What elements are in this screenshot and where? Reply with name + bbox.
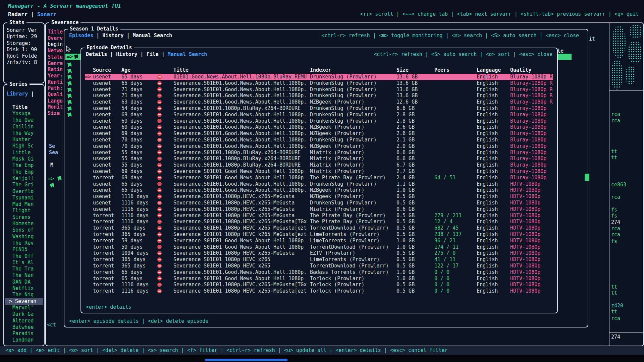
cell-peers: 238 / 137	[434, 231, 477, 238]
result-row[interactable]: torrent59 daysSeverance S01E01 Good News…	[85, 238, 553, 244]
series-item[interactable]: The Nig	[5, 292, 43, 298]
episode-row-fragment[interactable]	[68, 93, 71, 99]
series-item[interactable]: Keijo!!	[5, 175, 43, 182]
result-row[interactable]: torrent1094 daysSeverance S01E01 1080p H…	[85, 250, 553, 256]
episode-row-fragment[interactable]	[68, 112, 71, 118]
result-row[interactable]: usenet69 daysSeverance.S01E01.Good.News.…	[85, 118, 553, 124]
series-item[interactable]: => Severan	[5, 298, 43, 305]
series-item[interactable]: Overflo	[5, 188, 43, 195]
result-row[interactable]: torrent365 daysSeverance S01E01 1080p HE…	[85, 231, 553, 238]
series-item[interactable]: It's Al	[5, 259, 43, 266]
series-item[interactable]: Washing	[5, 234, 43, 240]
series-item[interactable]: Dark Ga	[5, 311, 43, 317]
result-row[interactable]: usenet63 daysSeverance.S01E01.Good.News.…	[85, 99, 553, 105]
result-row[interactable]: usenet71 daysSeverance.S01E01.Good.News.…	[85, 93, 553, 99]
series-item[interactable]: Altered	[5, 318, 43, 324]
result-row[interactable]: usenet55 daysSeverance.S01E01.1080p.BluR…	[85, 149, 553, 156]
series-item[interactable]: Landman	[5, 337, 43, 343]
series-item[interactable]: Mad Men	[5, 201, 43, 207]
series-item[interactable]: High Sc	[5, 143, 43, 149]
tab-file[interactable]: File	[147, 51, 159, 57]
servarr-tab-sonarr[interactable]: Sonarr	[37, 11, 57, 17]
series-item[interactable]: The Emp	[5, 169, 43, 175]
series-item[interactable]: Sirens	[5, 214, 43, 221]
episode-row-fragment[interactable]	[68, 68, 71, 74]
result-row[interactable]: usenet70 daysSeverance.S01E01.Good.News.…	[85, 143, 553, 149]
cell-source: usenet	[93, 181, 121, 187]
tab-history[interactable]: History	[102, 33, 123, 39]
result-row[interactable]: torrent1116 daysSeverance.S01E01.1080p.H…	[85, 282, 553, 288]
cell-rejection	[156, 207, 173, 212]
result-row[interactable]: usenet65 daysSeverance.S01E01.Good.News.…	[85, 80, 553, 86]
series-item[interactable]: Paradis	[5, 330, 43, 337]
result-row[interactable]: usenet69 daysSeverance.S01E01.Good.News.…	[85, 130, 553, 137]
result-row[interactable]: torrent365 daysSeverance S01E01 1080p HE…	[85, 263, 553, 269]
series-item[interactable]: Yosuga	[5, 111, 43, 117]
tab-manual-search[interactable]: Manual Search	[168, 51, 207, 57]
tab-details[interactable]: Details	[86, 51, 107, 57]
episode-row-fragment[interactable]	[68, 106, 71, 112]
result-row[interactable]: torrent365 daysSeverance S01E01 1080p HE…	[85, 256, 553, 263]
series-item[interactable]: The Tra	[5, 266, 43, 272]
tab-library[interactable]: Library	[7, 91, 28, 97]
episode-row-fragment[interactable]	[68, 62, 71, 68]
result-row[interactable]: usenet71 daysSeverance.S01E01.Good.News.…	[85, 86, 553, 93]
episode-row-fragment[interactable]	[68, 74, 71, 80]
episode-row-fragment[interactable]	[68, 99, 71, 106]
series-item[interactable]: DAN DA	[5, 279, 43, 285]
result-row[interactable]: usenet69 daysSeverance.S01E01.Good.News.…	[85, 124, 553, 130]
series-item[interactable]: The Emp	[5, 162, 43, 169]
series-item[interactable]: The Nan	[5, 272, 43, 279]
result-row[interactable]: usenet65 daysSeverance.S01E01.Good.News.…	[85, 187, 553, 193]
series-item[interactable]: Mask Gi	[5, 156, 43, 162]
result-row[interactable]: usenet69 daysSeverance S01E01 Good News …	[85, 168, 553, 175]
tab-history[interactable]: History	[116, 51, 137, 57]
result-row[interactable]: =>usenet65 days01E01.Good.News.About.Hel…	[85, 74, 553, 80]
result-row[interactable]: torrent365 daysSeverance S01E01 1080p HE…	[85, 225, 553, 231]
series-item[interactable]: Flight	[5, 207, 43, 214]
result-row[interactable]: usenet70 daysSeverance.S01E01.Good.News.…	[85, 137, 553, 143]
series-item[interactable]: Sons of	[5, 227, 43, 233]
series-item[interactable]: Chillin	[5, 124, 43, 130]
result-row[interactable]: torrent69 daysSeverance S01E01 Good News…	[85, 175, 553, 181]
cell-quality: HDTV-1080p	[510, 250, 553, 256]
result-row[interactable]: usenet55 daysSeverance.S01E01.1080p.BluR…	[85, 156, 553, 162]
episode-row-fragment[interactable]	[68, 80, 71, 87]
selected-episode-row-fragment[interactable]: =>	[65, 54, 82, 60]
series-item[interactable]: Batwhee	[5, 324, 43, 330]
result-row[interactable]: usenet65 daysSeverance.S01E01.Good.News.…	[85, 181, 553, 187]
series-item[interactable]: Tsunami	[5, 195, 43, 201]
result-row[interactable]: torrent1116 daysSeverance S01E01 1080p H…	[85, 288, 553, 294]
series-item[interactable]: The Gri	[5, 182, 43, 188]
tab-episodes[interactable]: Episodes	[69, 33, 93, 39]
rejected-icon	[157, 251, 162, 255]
result-row[interactable]: usenet1116 daysSeverance.S01E01.1080p.HE…	[85, 193, 553, 200]
cell-source: torrent	[93, 225, 121, 231]
episode-row-fragment[interactable]	[68, 87, 71, 93]
result-row[interactable]: torrent1116 daysSeverance S01E01 1080p H…	[85, 213, 553, 219]
series-item[interactable]: Homeste	[5, 221, 43, 227]
series-item[interactable]: Hunter	[5, 136, 43, 143]
series-item[interactable]: The Qwa	[5, 117, 43, 123]
series-item[interactable]: Little	[5, 149, 43, 156]
result-row[interactable]: usenet69 daysSeverance.S01E01.Good.News.…	[85, 112, 553, 118]
result-row[interactable]: torrent1116 daysSeverance.S01E01.1080p.H…	[85, 219, 553, 225]
result-row[interactable]: torrent65 daysSeverance S01E01 Good News…	[85, 276, 553, 282]
series-item[interactable]: Marvel'	[5, 305, 43, 311]
tab-manual-search[interactable]: Manual Search	[133, 33, 172, 39]
series-item[interactable]: The Way	[5, 130, 43, 136]
scrollbar-thumb[interactable]	[585, 174, 589, 181]
result-row[interactable]: usenet55 daysSeverance.S01E01.1080p.BluR…	[85, 162, 553, 168]
cell-source: usenet	[93, 124, 121, 130]
result-row[interactable]: torrent65 daysSeverance.S01E01.Good.News…	[85, 269, 553, 276]
series-item[interactable]: PEN15	[5, 246, 43, 253]
result-row[interactable]: usenet1116 daysSeverance.S01E01.1080p.HE…	[85, 200, 553, 206]
cell-language: English	[477, 276, 510, 282]
servarr-tab-radarr[interactable]: Radarr	[8, 11, 28, 17]
result-row[interactable]: usenet1116 daysSeverance.S01E01.1080p.HE…	[85, 206, 553, 213]
series-item[interactable]: The Off	[5, 253, 43, 259]
series-item[interactable]: The Rev	[5, 240, 43, 246]
result-row[interactable]: torrent59 daysSeverance S01E01 Good News…	[85, 244, 553, 250]
series-item[interactable]: Netflix	[5, 285, 43, 292]
result-row[interactable]: usenet54 daysSeverance.S01E01.1080p.BluR…	[85, 105, 553, 112]
